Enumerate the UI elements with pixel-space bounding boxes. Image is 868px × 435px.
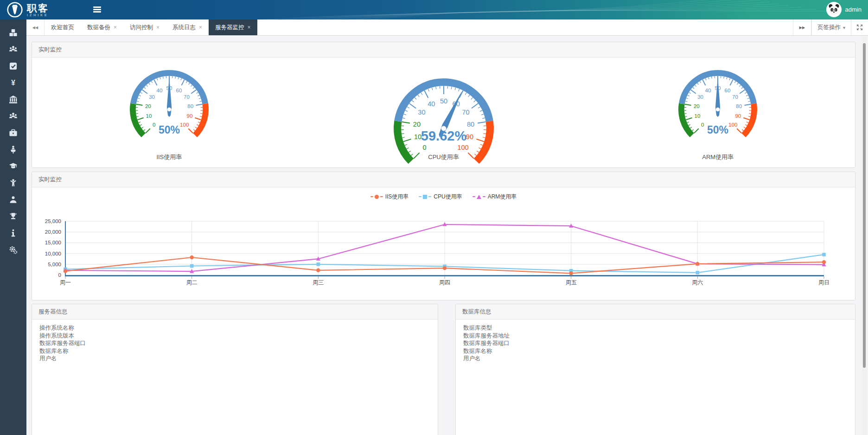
hamburger-icon[interactable] [93,6,101,13]
svg-text:70: 70 [732,94,738,100]
list-item: 数据库服务器端口 [39,339,438,347]
logo-text: 职客 [27,3,49,13]
double-left-arrows-icon[interactable]: ◀◀ [26,19,45,35]
list-item: 数据库名称 [39,347,438,355]
svg-text:60: 60 [176,88,182,93]
avatar [826,2,842,17]
check-square-icon [9,62,18,70]
sidebar-item-8[interactable] [0,141,26,158]
tab-label: 服务器监控 [215,24,244,32]
sidebar-item-3[interactable] [0,58,26,74]
svg-text:10: 10 [695,113,701,119]
tab-2[interactable]: 数据备份× [81,19,123,35]
svg-text:20: 20 [145,103,151,109]
sidebar-item-6[interactable] [0,108,26,124]
sidebar-item-10[interactable] [0,174,26,191]
tab-5[interactable]: 服务器监控× [209,19,257,35]
svg-text:10,000: 10,000 [45,251,61,256]
gauge-chart: 010203040506070809010050% [125,65,213,142]
svg-text:0: 0 [153,122,155,128]
svg-text:周四: 周四 [439,279,450,286]
tab-1[interactable]: 欢迎首页 [45,19,81,35]
sidebar-item-11[interactable] [0,191,26,208]
tab-bar: ◀◀ 欢迎首页数据备份×访问控制×系统日志×服务器监控× ▶▶ 页签操作 ▾ [26,19,868,36]
line-chart-svg: 05,00010,00015,00020,00025,000周一周二周三周四周五… [32,202,855,289]
square-marker-icon [423,195,427,199]
panel-title: 数据库信息 [456,304,855,320]
panel-server-info: 服务器信息 操作系统名称操作系统版本数据库服务器端口数据库名称用户名 [32,304,438,435]
database-info-list: 数据库类型数据库服务器地址数据库服务器端口数据库名称用户名 [456,320,855,363]
double-right-arrows-icon[interactable]: ▶▶ [793,19,811,35]
list-item: 数据库服务器端口 [463,339,855,347]
tab-label: 系统日志 [172,24,196,32]
svg-text:80: 80 [466,121,474,128]
list-item: 用户名 [39,355,438,363]
sidebar-item-7[interactable] [0,124,26,141]
svg-text:5,000: 5,000 [48,262,61,267]
legend-item[interactable]: ARM使用率 [472,193,517,201]
svg-text:30: 30 [697,94,703,100]
panel-title: 服务器信息 [32,304,438,320]
gauge-2: 010203040506070809010059.62%CPU使用率 [306,58,581,168]
legend-label: ARM使用率 [488,193,517,201]
legend-label: IIS使用率 [385,193,409,201]
sidebar-item-12[interactable] [0,208,26,224]
svg-text:20: 20 [413,121,420,128]
svg-text:40: 40 [428,100,435,108]
tab-list: 欢迎首页数据备份×访问控制×系统日志×服务器监控× [45,19,793,35]
triangle-marker-icon [477,195,481,199]
sidebar-item-4[interactable]: ¥ [0,74,26,91]
sidebar-item-13[interactable] [0,224,26,241]
legend-item[interactable]: IIS使用率 [370,193,409,201]
user-menu[interactable]: admin [826,2,862,17]
list-item: 数据库类型 [463,324,855,332]
sidebar-item-2[interactable] [0,41,26,58]
gauge-1: 010203040506070809010050%IIS使用率 [32,58,306,168]
svg-text:100: 100 [180,122,189,128]
tab-operations-button[interactable]: 页签操作 ▾ [811,19,851,35]
logo-subtext: IZHIKE [27,13,49,17]
svg-text:90: 90 [735,113,741,119]
yen-icon: ¥ [9,78,18,87]
tab-3[interactable]: 访问控制× [123,19,166,35]
chart-legend: IIS使用率CPU使用率ARM使用率 [32,192,855,202]
scrollbar-track [862,36,867,435]
sidebar-item-5[interactable] [0,91,26,108]
sidebar-item-1[interactable] [0,24,26,41]
svg-text:50%: 50% [707,124,728,136]
scrollbar-thumb[interactable] [863,43,866,368]
panel-database-info: 数据库信息 数据库类型数据库服务器地址数据库服务器端口数据库名称用户名 [455,304,855,435]
winner-icon [9,179,18,187]
sidebar-item-9[interactable] [0,158,26,174]
tab-close-icon[interactable]: × [199,25,202,30]
legend-item[interactable]: CPU使用率 [419,193,462,201]
tab-4[interactable]: 系统日志× [166,19,209,35]
caret-down-icon: ▾ [843,25,845,30]
username: admin [845,6,862,13]
top-navbar: 职客 IZHIKE admin [0,0,868,19]
svg-text:100: 100 [457,144,468,151]
tab-close-icon[interactable]: × [248,25,251,30]
list-item: 数据库名称 [463,347,855,355]
sidebar-menu: ¥ [0,19,26,258]
fullscreen-expand-icon[interactable] [851,19,868,35]
gauge-caption: CPU使用率 [306,153,581,161]
svg-text:70: 70 [462,109,469,116]
tab-label: 数据备份 [87,24,110,32]
user-group-icon [9,112,18,121]
tab-close-icon[interactable]: × [114,25,117,30]
list-item: 操作系统版本 [39,332,438,340]
wave-decoration [0,0,868,19]
tab-close-icon[interactable]: × [156,25,160,30]
gears-icon [9,245,18,254]
tab-label: 访问控制 [130,24,153,32]
svg-text:70: 70 [184,94,190,100]
svg-text:周五: 周五 [566,279,577,286]
sidebar-item-14[interactable] [0,241,26,258]
panel-realtime-gauges: 实时监控 010203040506070809010050%IIS使用率0102… [32,42,855,168]
app-logo[interactable]: 职客 IZHIKE [6,1,49,18]
gauge-caption: ARM使用率 [581,153,855,161]
svg-text:100: 100 [728,122,737,128]
users-icon [9,45,18,54]
svg-text:25,000: 25,000 [45,218,61,224]
